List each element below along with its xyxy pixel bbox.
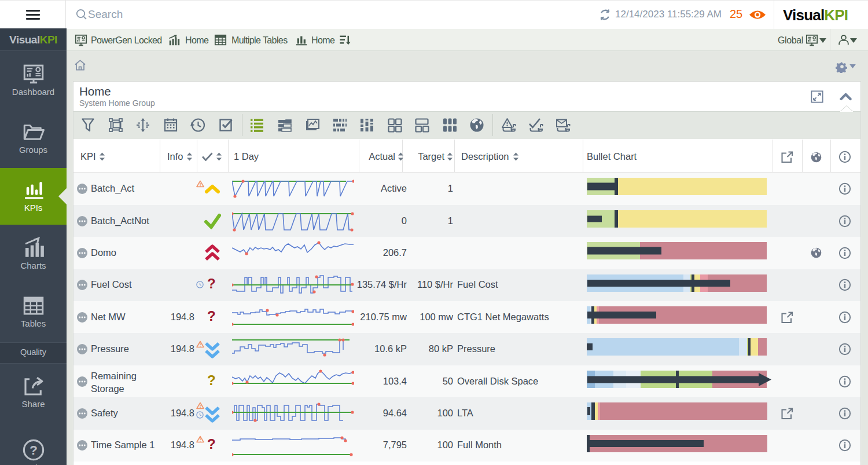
svg-text:?: ? [30,442,38,457]
